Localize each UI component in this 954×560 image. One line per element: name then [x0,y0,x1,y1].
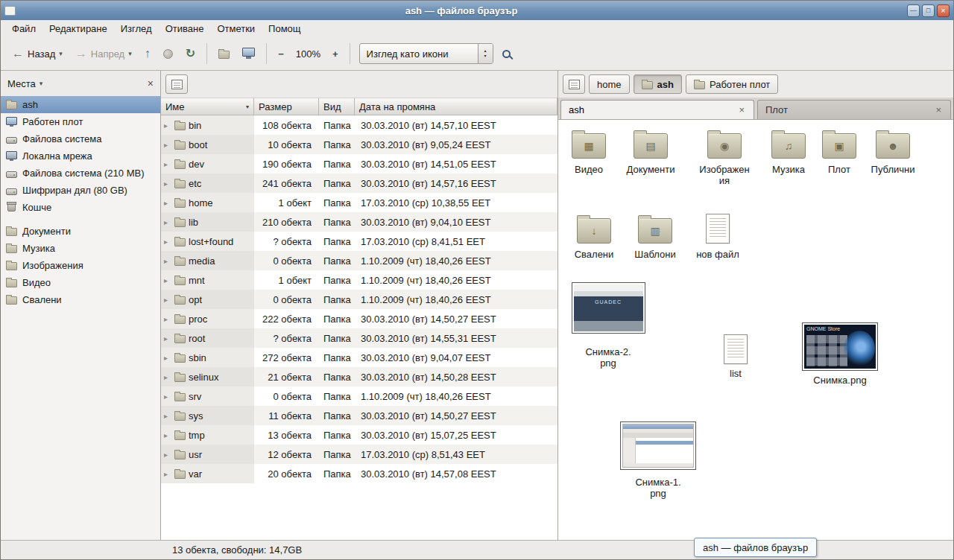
file-row[interactable]: ▸ usr 12 обекта Папка 17.03.2010 (ср) 8,… [161,445,557,464]
file-row[interactable]: ▸ mnt 1 обект Папка 1.10.2009 (чт) 18,40… [161,270,557,290]
places-dropdown-icon[interactable]: ▾ [40,80,43,87]
forward-history-icon[interactable]: ▾ [128,50,132,57]
expander-icon[interactable]: ▸ [164,199,171,207]
folder-item-public[interactable]: ☻ Публични [867,126,919,176]
back-history-icon[interactable]: ▾ [59,50,63,57]
sidebar-item[interactable]: Кошче [1,199,160,216]
file-row[interactable]: ▸ bin 108 обекта Папка 30.03.2010 (вт) 1… [161,115,557,135]
toggle-location-entry-button[interactable] [563,74,585,94]
sidebar-item[interactable]: Документи [1,223,160,240]
folder-item-desktop[interactable]: ▣ Плот [815,126,864,176]
sidebar-item[interactable]: Изображения [1,257,160,274]
file-row[interactable]: ▸ root ? обекта Папка 30.03.2010 (вт) 14… [161,328,557,348]
column-header-size[interactable]: Размер [254,98,319,115]
tab-close-icon[interactable]: × [934,104,943,115]
file-row[interactable]: ▸ sys 11 обекта Папка 30.03.2010 (вт) 14… [161,406,557,425]
expander-icon[interactable]: ▸ [164,238,171,246]
sidebar-item[interactable]: Шифриран дял (80 GB) [1,182,160,199]
sidebar-item[interactable]: Видео [1,274,160,291]
expander-icon[interactable]: ▸ [164,412,171,420]
folder-item-pictures[interactable]: ◉ Изображения [695,126,754,186]
menu-item[interactable]: Помощ [262,21,307,36]
tab-desktop[interactable]: Плот × [757,100,951,119]
file-row[interactable]: ▸ etc 241 обекта Папка 30.03.2010 (вт) 1… [161,174,557,193]
file-item-snimka-1[interactable]: Снимка-1.png [619,421,697,499]
forward-button[interactable]: → Напред ▾ [70,43,137,64]
expander-icon[interactable]: ▸ [164,276,171,284]
expander-icon[interactable]: ▸ [164,121,171,130]
home-button[interactable] [213,45,235,63]
file-row[interactable]: ▸ dev 190 обекта Папка 30.03.2010 (вт) 1… [161,154,557,174]
expander-icon[interactable]: ▸ [164,451,171,459]
breadcrumb-ash[interactable]: ash [634,74,682,94]
computer-button[interactable] [237,43,260,64]
view-mode-select[interactable]: Изглед като икони ▴ ▾ [359,43,493,64]
sidebar-item[interactable]: Локална мрежа [1,147,160,165]
expander-icon[interactable]: ▸ [164,315,171,323]
sidebar-item[interactable]: Работен плот [1,113,160,130]
file-item-new-file[interactable]: нов файл [692,211,743,261]
icon-view[interactable]: ▦ Видео ▤ Документи ◉ Изображения ♫ Музи… [558,120,953,540]
sidebar-item[interactable]: Свалени [1,291,160,308]
column-header-type[interactable]: Вид [319,98,355,115]
file-row[interactable]: ▸ opt 0 обекта Папка 1.10.2009 (чт) 18,4… [161,290,557,309]
expander-icon[interactable]: ▸ [164,179,171,188]
search-button[interactable] [496,44,519,64]
file-row[interactable]: ▸ media 0 обекта Папка 1.10.2009 (чт) 18… [161,251,557,270]
file-item-snimka[interactable]: GNOME Store Снимка.png [801,322,879,386]
maximize-button[interactable]: □ [922,4,935,17]
file-row[interactable]: ▸ lib 210 обекта Папка 30.03.2010 (вт) 9… [161,212,557,232]
back-button[interactable]: ← Назад ▾ [7,43,68,64]
titlebar[interactable]: ash — файлов браузър — □ × [1,1,953,20]
column-header-name[interactable]: Име ▾ [161,98,254,115]
menu-item[interactable]: Редактиране [42,21,114,36]
file-row[interactable]: ▸ boot 10 обекта Папка 30.03.2010 (вт) 9… [161,135,557,154]
menu-item[interactable]: Файл [5,21,42,36]
expander-icon[interactable]: ▸ [164,373,171,381]
breadcrumb-desktop[interactable]: Работен плот [686,74,778,94]
file-item-list[interactable]: list [712,334,759,380]
file-row[interactable]: ▸ tmp 13 обекта Папка 30.03.2010 (вт) 15… [161,425,557,445]
expander-icon[interactable]: ▸ [164,257,171,265]
close-button[interactable]: × [937,4,950,17]
expander-icon[interactable]: ▸ [164,296,171,304]
expander-icon[interactable]: ▸ [164,141,171,149]
up-button[interactable]: ↑ [139,43,156,64]
spinner-icons[interactable]: ▴ ▾ [478,44,493,63]
file-row[interactable]: ▸ srv 0 обекта Папка 1.10.2009 (чт) 18,4… [161,386,557,406]
tab-ash[interactable]: ash × [560,100,754,119]
zoom-out-button[interactable]: − [273,44,289,64]
expander-icon[interactable]: ▸ [164,392,171,401]
breadcrumb-home[interactable]: home [589,74,630,94]
folder-item-video[interactable]: ▦ Видео [564,126,613,176]
folder-item-music[interactable]: ♫ Музика [764,126,813,176]
expander-icon[interactable]: ▸ [164,334,171,343]
stop-button[interactable] [158,45,178,63]
expander-icon[interactable]: ▸ [164,470,171,478]
expander-icon[interactable]: ▸ [164,431,171,439]
sidebar-item[interactable]: Файлова система (210 MB) [1,165,160,182]
reload-button[interactable]: ↻ [180,43,200,64]
file-row[interactable]: ▸ home 1 обект Папка 17.03.2010 (ср) 10,… [161,193,557,212]
file-item-snimka-2[interactable]: GUADEC Снимка-2.png [569,282,647,369]
sidebar-close-icon[interactable]: × [148,77,154,89]
menu-item[interactable]: Отметки [210,21,262,36]
column-header-date[interactable]: Дата на промяна [355,98,557,115]
menu-item[interactable]: Отиване [159,21,211,36]
sidebar-item[interactable]: Файлова система [1,130,160,147]
file-row[interactable]: ▸ var 20 обекта Папка 30.03.2010 (вт) 14… [161,464,557,483]
file-row[interactable]: ▸ proc 222 обекта Папка 30.03.2010 (вт) … [161,309,557,328]
folder-item-documents[interactable]: ▤ Документи [622,126,679,176]
folder-item-downloads[interactable]: ↓ Свалени [569,211,619,261]
expander-icon[interactable]: ▸ [164,354,171,362]
sidebar-item[interactable]: ash [1,96,160,113]
menu-item[interactable]: Изглед [114,21,159,36]
toggle-location-entry-button[interactable] [165,74,188,94]
expander-icon[interactable]: ▸ [164,160,171,168]
file-row[interactable]: ▸ lost+found ? обекта Папка 17.03.2010 (… [161,232,557,251]
expander-icon[interactable]: ▸ [164,218,171,226]
file-row[interactable]: ▸ selinux 21 обекта Папка 30.03.2010 (вт… [161,367,557,386]
file-row[interactable]: ▸ sbin 272 обекта Папка 30.03.2010 (вт) … [161,348,557,367]
tab-close-icon[interactable]: × [737,104,746,115]
minimize-button[interactable]: — [907,4,920,17]
